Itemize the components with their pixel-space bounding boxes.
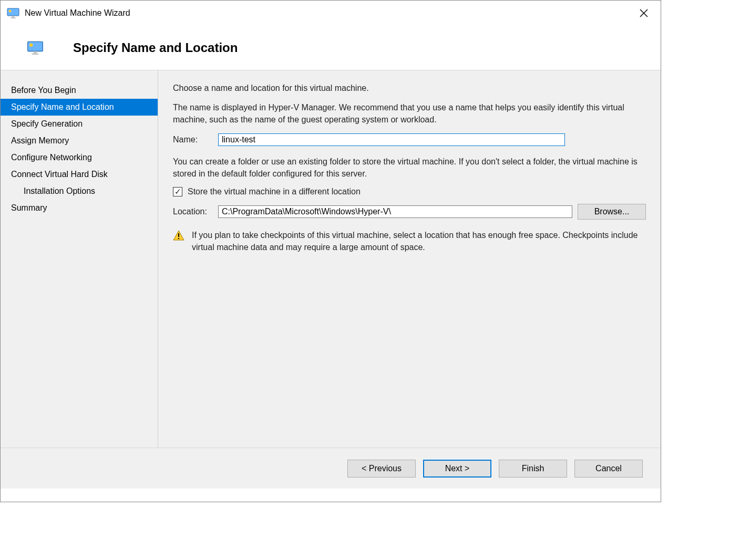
svg-rect-0 [7,8,19,16]
svg-rect-11 [178,233,179,237]
sidebar-item-7[interactable]: Summary [1,200,158,216]
svg-point-1 [9,10,12,13]
header-band: Specify Name and Location [1,26,661,70]
close-icon [640,9,648,17]
app-icon [7,8,19,18]
finish-button[interactable]: Finish [499,460,567,478]
name-label: Name: [173,135,218,144]
warning-text: If you plan to take checkpoints of this … [192,229,646,253]
warning-row: If you plan to take checkpoints of this … [173,229,646,253]
sidebar-item-2[interactable]: Specify Generation [1,116,158,132]
wizard-icon [27,41,44,55]
svg-rect-8 [34,51,36,54]
svg-rect-2 [12,16,14,17]
folder-text: You can create a folder or use an existi… [173,155,646,180]
name-input[interactable] [218,133,565,146]
location-input[interactable] [218,205,572,218]
store-checkbox-label: Store the virtual machine in a different… [188,187,361,196]
footer: < Previous Next > Finish Cancel [1,448,661,489]
location-row: Location: Browse... [173,204,646,220]
intro-text-1: Choose a name and location for this virt… [173,82,646,94]
next-button[interactable]: Next > [423,460,491,478]
store-checkbox[interactable]: ✓ [173,187,182,196]
titlebar: New Virtual Machine Wizard [1,1,661,26]
browse-button[interactable]: Browse... [578,204,646,220]
wizard-body: Before You BeginSpecify Name and Locatio… [1,70,661,448]
name-row: Name: [173,133,646,146]
sidebar-item-4[interactable]: Configure Networking [1,149,158,166]
warning-icon [173,230,184,241]
previous-button[interactable]: < Previous [347,460,416,478]
sidebar-item-5[interactable]: Connect Virtual Hard Disk [1,166,158,183]
sidebar-item-0[interactable]: Before You Begin [1,82,158,99]
sidebar-item-1[interactable]: Specify Name and Location [1,99,158,116]
sidebar: Before You BeginSpecify Name and Locatio… [1,70,158,448]
sidebar-item-3[interactable]: Assign Memory [1,132,158,149]
svg-rect-9 [32,53,39,55]
svg-rect-12 [178,238,179,239]
svg-rect-3 [11,17,16,18]
sidebar-item-6[interactable]: Installation Options [1,183,158,200]
store-checkbox-row[interactable]: ✓ Store the virtual machine in a differe… [173,187,646,196]
intro-text-2: The name is displayed in Hyper-V Manager… [173,101,646,126]
page-title: Specify Name and Location [73,40,238,55]
close-button[interactable] [633,3,654,24]
svg-point-7 [29,44,33,47]
cancel-button[interactable]: Cancel [574,460,643,478]
svg-rect-6 [28,42,43,51]
main-content: Choose a name and location for this virt… [158,70,661,448]
window-title: New Virtual Machine Wizard [25,8,130,18]
location-label: Location: [173,207,218,216]
